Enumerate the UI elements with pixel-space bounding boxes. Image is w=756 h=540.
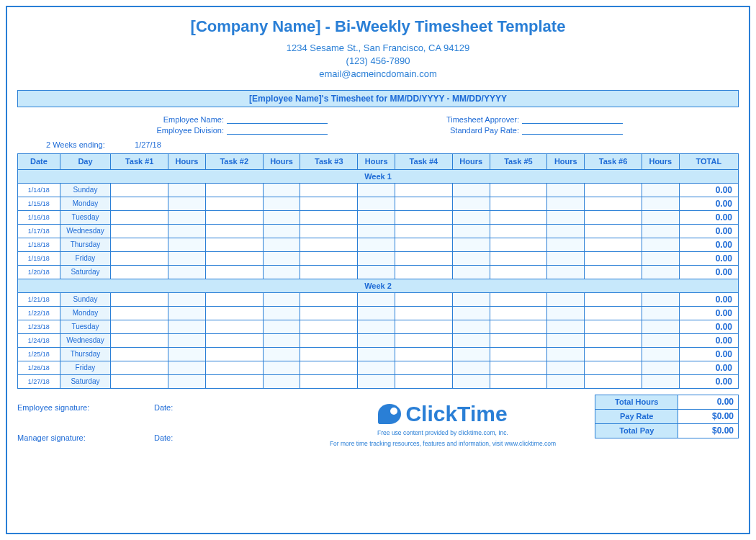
task-cell[interactable] xyxy=(585,183,642,197)
task-cell[interactable] xyxy=(111,320,168,333)
hours-cell[interactable] xyxy=(547,265,585,279)
task-cell[interactable] xyxy=(205,251,263,265)
hours-cell[interactable] xyxy=(263,361,300,374)
hours-cell[interactable] xyxy=(642,251,680,265)
hours-cell[interactable] xyxy=(642,292,680,306)
hours-cell[interactable] xyxy=(358,347,395,361)
task-cell[interactable] xyxy=(490,251,547,265)
task-cell[interactable] xyxy=(205,347,263,361)
hours-cell[interactable] xyxy=(547,374,585,388)
task-cell[interactable] xyxy=(585,320,642,333)
hours-cell[interactable] xyxy=(168,265,206,279)
task-cell[interactable] xyxy=(490,238,547,251)
task-cell[interactable] xyxy=(111,210,168,224)
task-cell[interactable] xyxy=(395,347,452,361)
task-cell[interactable] xyxy=(395,292,452,306)
hours-cell[interactable] xyxy=(358,238,395,251)
hours-cell[interactable] xyxy=(263,210,300,224)
hours-cell[interactable] xyxy=(168,374,206,388)
task-cell[interactable] xyxy=(585,361,642,374)
task-cell[interactable] xyxy=(300,265,358,279)
task-cell[interactable] xyxy=(490,197,547,210)
task-cell[interactable] xyxy=(490,347,547,361)
hours-cell[interactable] xyxy=(547,361,585,374)
hours-cell[interactable] xyxy=(358,183,395,197)
task-cell[interactable] xyxy=(395,197,452,210)
task-cell[interactable] xyxy=(585,197,642,210)
hours-cell[interactable] xyxy=(263,374,300,388)
hours-cell[interactable] xyxy=(168,361,206,374)
task-cell[interactable] xyxy=(490,320,547,333)
task-cell[interactable] xyxy=(111,361,168,374)
task-cell[interactable] xyxy=(585,251,642,265)
emp-div-field[interactable] xyxy=(227,125,328,135)
hours-cell[interactable] xyxy=(358,361,395,374)
task-cell[interactable] xyxy=(111,197,168,210)
hours-cell[interactable] xyxy=(547,292,585,306)
hours-cell[interactable] xyxy=(642,306,680,320)
task-cell[interactable] xyxy=(395,251,452,265)
hours-cell[interactable] xyxy=(263,183,300,197)
hours-cell[interactable] xyxy=(642,210,680,224)
task-cell[interactable] xyxy=(395,320,452,333)
hours-cell[interactable] xyxy=(547,183,585,197)
task-cell[interactable] xyxy=(300,251,358,265)
task-cell[interactable] xyxy=(205,292,263,306)
hours-cell[interactable] xyxy=(168,251,206,265)
task-cell[interactable] xyxy=(300,238,358,251)
hours-cell[interactable] xyxy=(642,333,680,347)
task-cell[interactable] xyxy=(585,292,642,306)
task-cell[interactable] xyxy=(111,347,168,361)
task-cell[interactable] xyxy=(585,238,642,251)
task-cell[interactable] xyxy=(205,210,263,224)
task-cell[interactable] xyxy=(395,333,452,347)
task-cell[interactable] xyxy=(111,374,168,388)
task-cell[interactable] xyxy=(111,333,168,347)
task-cell[interactable] xyxy=(585,265,642,279)
hours-cell[interactable] xyxy=(452,238,490,251)
task-cell[interactable] xyxy=(395,183,452,197)
hours-cell[interactable] xyxy=(547,320,585,333)
hours-cell[interactable] xyxy=(547,238,585,251)
hours-cell[interactable] xyxy=(168,183,206,197)
hours-cell[interactable] xyxy=(547,306,585,320)
task-cell[interactable] xyxy=(585,333,642,347)
hours-cell[interactable] xyxy=(168,224,206,238)
hours-cell[interactable] xyxy=(452,333,490,347)
hours-cell[interactable] xyxy=(168,347,206,361)
task-cell[interactable] xyxy=(490,265,547,279)
task-cell[interactable] xyxy=(395,224,452,238)
task-cell[interactable] xyxy=(395,210,452,224)
task-cell[interactable] xyxy=(585,224,642,238)
task-cell[interactable] xyxy=(300,197,358,210)
hours-cell[interactable] xyxy=(452,361,490,374)
hours-cell[interactable] xyxy=(358,292,395,306)
task-cell[interactable] xyxy=(490,292,547,306)
hours-cell[interactable] xyxy=(358,224,395,238)
task-cell[interactable] xyxy=(111,251,168,265)
hours-cell[interactable] xyxy=(452,320,490,333)
payrate-field[interactable] xyxy=(522,125,623,135)
hours-cell[interactable] xyxy=(263,238,300,251)
hours-cell[interactable] xyxy=(358,333,395,347)
emp-name-field[interactable] xyxy=(227,114,328,124)
task-cell[interactable] xyxy=(300,224,358,238)
task-cell[interactable] xyxy=(111,183,168,197)
task-cell[interactable] xyxy=(300,374,358,388)
task-cell[interactable] xyxy=(205,374,263,388)
hours-cell[interactable] xyxy=(168,333,206,347)
task-cell[interactable] xyxy=(490,224,547,238)
task-cell[interactable] xyxy=(300,361,358,374)
task-cell[interactable] xyxy=(205,197,263,210)
task-cell[interactable] xyxy=(490,361,547,374)
hours-cell[interactable] xyxy=(168,292,206,306)
task-cell[interactable] xyxy=(395,238,452,251)
hours-cell[interactable] xyxy=(263,224,300,238)
hours-cell[interactable] xyxy=(358,265,395,279)
task-cell[interactable] xyxy=(585,374,642,388)
task-cell[interactable] xyxy=(300,333,358,347)
task-cell[interactable] xyxy=(205,183,263,197)
hours-cell[interactable] xyxy=(642,197,680,210)
hours-cell[interactable] xyxy=(263,265,300,279)
hours-cell[interactable] xyxy=(642,347,680,361)
